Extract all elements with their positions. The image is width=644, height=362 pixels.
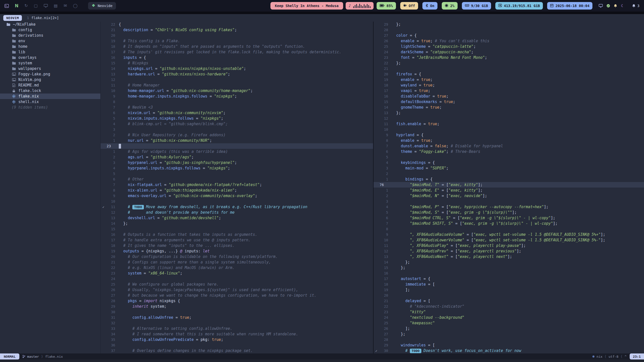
editor-line[interactable]: 3 <box>101 127 373 132</box>
editor-line[interactable]: 24 <box>101 276 373 282</box>
editor-line[interactable]: 5 nixvim.inputs.nixpkgs.follows = "nixpk… <box>101 116 373 121</box>
editor-line[interactable]: 2 "$mainMod, N" = ["exec, neovide"]; <box>374 193 644 199</box>
editor-line[interactable]: 20 # Our configuration is buildable on t… <box>101 254 373 259</box>
editor-line[interactable]: 20 firefox = { <box>374 71 644 77</box>
editor-line[interactable]: 19 # This config is a Flake. <box>101 38 373 44</box>
tree-item-readme-md[interactable]: README.md <box>0 82 100 88</box>
tree-item-foggy-lake-png[interactable]: Foggy-Lake.png <box>0 71 100 77</box>
editor-line[interactable]: 17 vaapi = true; <box>374 88 644 94</box>
grid-icon[interactable]: ▤ <box>54 4 58 8</box>
editor-line[interactable]: 7 dunst.enable = false; # Disable for hy… <box>374 143 644 149</box>
editor-line[interactable]: 18 immediate = [ <box>374 282 644 287</box>
editor-line[interactable]: 2 <box>374 171 644 176</box>
notification-widget[interactable]: 3 <box>632 4 639 8</box>
tree-item-derivations[interactable]: derivations <box>0 33 100 38</box>
editor-line[interactable]: 23 <box>101 143 373 149</box>
tree-item-overlays[interactable]: overlays <box>0 55 100 60</box>
editor-line[interactable]: 14 }; <box>101 221 373 226</box>
editor-line[interactable]: 18 wayland = true; <box>374 82 644 88</box>
editor-line[interactable]: 14 gnomeTheme = true; <box>374 105 644 110</box>
editor-line[interactable]: 8 enable = true; <box>374 138 644 143</box>
editor-line[interactable]: 6 "$mainMod CTRL, S" = ["exec, grim -g \… <box>374 215 644 221</box>
editor-line[interactable]: 2 # Nix User Repository (e.g. Firefox ad… <box>101 132 373 138</box>
editor-line[interactable]: 19 outputs = {nixpkgs, ...} @ inputs: le… <box>101 248 373 254</box>
mail-icon[interactable]: ✉ <box>64 4 67 8</box>
tree-item-shell-nix[interactable]: shell.nix <box>0 99 100 105</box>
editor-line[interactable]: 2 ags.url = "github:Aylur/ags"; <box>101 154 373 160</box>
editor-line[interactable]: 5 <box>374 154 644 160</box>
editor-line[interactable]: 22 # e.g. NixOS (linux) and MacOS (darwi… <box>101 265 373 270</box>
terminal-icon[interactable] <box>5 4 9 8</box>
editor-line[interactable]: 9 hyprland = { <box>374 132 644 138</box>
editor-line[interactable]: 21 <box>374 66 644 71</box>
editor-line[interactable]: 13 devshell.url = "github:numtide/devshe… <box>101 215 373 221</box>
editor-line[interactable]: 15 defaultBookmarks = true; <box>374 99 644 105</box>
editor-line[interactable]: 1 # Ags for widgets (this was a terrible… <box>101 149 373 154</box>
editor-line[interactable]: 12 <box>101 77 373 82</box>
editor-line[interactable]: 12 ", XF86AudioPrev" = ["exec, playerctl… <box>374 248 644 254</box>
editor-line[interactable]: 7 nix-flatpak.url = "github:gmodena/nix-… <box>101 182 373 188</box>
editor-line[interactable]: 34 # I read somewhere that this is more … <box>101 331 373 337</box>
neovim-icon[interactable]: N <box>15 4 18 8</box>
editor-line[interactable]: 33 # Alternative to setting config.allow… <box>101 326 373 331</box>
editor-line[interactable]: 22{ <box>101 22 373 27</box>
editor-line[interactable]: 16 inputs = { <box>101 55 373 60</box>
editor-line[interactable]: 35 config.allowUnfreePredicate = pkg: tr… <box>101 337 373 342</box>
editor-line[interactable]: 25 lightScheme = "catppuccin-latte"; <box>374 44 644 49</box>
editor-line[interactable]: 16 <box>374 270 644 276</box>
editor-line[interactable]: 3 <box>374 199 644 204</box>
editor-line[interactable]: 13 }; <box>374 110 644 116</box>
editor-line[interactable]: 5 <box>101 171 373 176</box>
editor-line[interactable]: 20 <box>374 293 644 298</box>
editor-line[interactable]: 3 main-mod = "SUPER"; <box>374 165 644 171</box>
editor-line[interactable]: 16 disableTabBar = true; <box>374 94 644 99</box>
editor-line[interactable]: 12 # and doesn't provide any benefits fo… <box>101 210 373 215</box>
editor-line[interactable]: 15 }; <box>374 265 644 270</box>
editor-line[interactable]: 29 inherit system; <box>101 304 373 309</box>
editor-line[interactable]: 27 color = { <box>374 33 644 38</box>
tree-item-config[interactable]: config <box>0 27 100 33</box>
editor-line[interactable]: 9 ", XF86AudioRaiseVolume" = ["exec, wpc… <box>374 232 644 237</box>
music-visualizer[interactable]: ♪ <box>346 2 374 10</box>
editor-line[interactable]: 18 # It depends on "inputs" that are pas… <box>101 44 373 49</box>
editor-line[interactable]: ✓30 # TODO Doesn't work, use focus_on_ac… <box>374 348 644 353</box>
editor-line[interactable]: 14 }; <box>374 259 644 265</box>
editor-line[interactable]: 6 nixvim.url = "github:nix-community/nix… <box>101 110 373 116</box>
editor-line[interactable]: 15 # Nixpkgs <box>101 60 373 66</box>
editor-line[interactable]: 21 description = "ChUrl's NixOS config u… <box>101 27 373 33</box>
editor-line[interactable]: 29 windowrules = [ <box>374 342 644 348</box>
editor-line[interactable]: 8 nix-alien.url = "github:thiagokokada/n… <box>101 188 373 193</box>
clock-widget[interactable]: 2025-06-18 00:04 <box>547 2 592 10</box>
bluetooth-widget[interactable]: On <box>422 2 437 10</box>
editor-line[interactable]: 1 "$mainMod, E" = ["exec, kitty"]; <box>374 188 644 193</box>
editor-line[interactable]: 23 "kitty" <box>374 309 644 315</box>
editor-line[interactable]: 20 <box>101 33 373 38</box>
editor-line[interactable]: 1 nur.url = "github:nix-community/NUR"; <box>101 138 373 143</box>
tree-item-wallpapers[interactable]: wallpapers <box>0 66 100 71</box>
editor-line[interactable]: 32 <box>101 320 373 326</box>
editor-line[interactable]: 27 }; <box>374 331 644 337</box>
editor-line[interactable]: 22 # "kdeconnect-indicator" <box>374 304 644 309</box>
tree-item-flake-nix[interactable]: flake.nix <box>0 94 100 99</box>
tree-item--nixflake[interactable]: ~/NixFlake <box>0 22 100 27</box>
editor-line[interactable]: 3 hyprpanel.url = "github:jas-singhfsu/h… <box>101 160 373 165</box>
editor-line[interactable]: 1 bindings = { <box>374 176 644 182</box>
editor-line[interactable]: 27 # but because we want to change the n… <box>101 293 373 298</box>
editor-line[interactable]: 4 # blink-cmp.url = "github:saghen/blink… <box>101 121 373 127</box>
editor-line[interactable]: 11 ", XF86AudioPlay" = ["exec, playerctl… <box>374 243 644 248</box>
refresh-icon[interactable]: ↻ <box>24 4 28 8</box>
editor-line[interactable]: 17 # The inputs' git revisions get locke… <box>101 49 373 55</box>
editor-line[interactable]: 21 delayed = [ <box>374 298 644 304</box>
tree-item-flake-lock[interactable]: flake.lock <box>0 88 100 94</box>
editor-line[interactable]: 10 <box>101 199 373 204</box>
editor-line[interactable]: 31 config.allowUnfree = true; <box>101 315 373 320</box>
editor-line[interactable]: 10 ", XF86AudioLowerVolume" = ["exec, wp… <box>374 237 644 243</box>
editor-line[interactable]: 9 emacs-overlay.url = "github:nix-commun… <box>101 193 373 199</box>
check-icon[interactable] <box>607 4 610 8</box>
idle-inhibitor-widget[interactable]: Off <box>400 2 418 10</box>
bell-icon[interactable] <box>614 4 617 8</box>
editor-line[interactable]: 30 <box>101 309 373 315</box>
editor-line[interactable]: 19 enable = true; <box>374 77 644 82</box>
square-icon[interactable]: ▢ <box>34 4 38 8</box>
editor-line[interactable]: 8 <box>374 226 644 232</box>
